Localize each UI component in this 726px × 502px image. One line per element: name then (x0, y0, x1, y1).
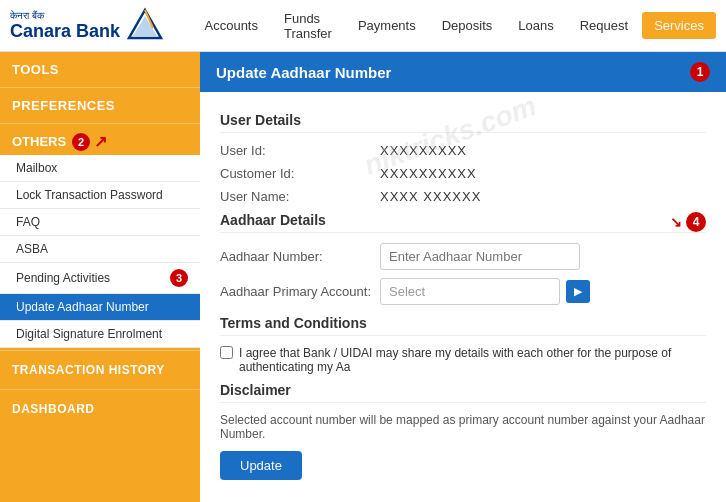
aadhaar-number-input[interactable] (380, 243, 580, 270)
sidebar-preferences[interactable]: PREFERENCES (0, 88, 200, 124)
aadhaar-badge: 4 (686, 212, 706, 232)
customer-id-row: Customer Id: XXXXXXXXXX (220, 166, 706, 181)
content-header-title: Update Aadhaar Number (216, 64, 391, 81)
sidebar: TOOLS PREFERENCES OTHERS 2 ↗ Mailbox Loc… (0, 52, 200, 502)
update-button[interactable]: Update (220, 451, 302, 480)
sidebar-tools[interactable]: TOOLS (0, 52, 200, 88)
sidebar-item-lock-password[interactable]: Lock Transaction Password (0, 182, 200, 209)
pending-badge: 3 (170, 269, 188, 287)
terms-section: Terms and Conditions I agree that Bank /… (220, 315, 706, 374)
user-id-label: User Id: (220, 143, 380, 158)
nav-deposits[interactable]: Deposits (430, 12, 505, 39)
disclaimer-title: Disclaimer (220, 382, 706, 403)
main-layout: TOOLS PREFERENCES OTHERS 2 ↗ Mailbox Loc… (0, 52, 726, 502)
user-name-label: User Name: (220, 189, 380, 204)
terms-title: Terms and Conditions (220, 315, 706, 336)
user-name-row: User Name: XXXX XXXXXX (220, 189, 706, 204)
user-id-value: XXXXXXXXX (380, 143, 467, 158)
header-badge: 1 (690, 62, 710, 82)
sidebar-item-asba[interactable]: ASBA (0, 236, 200, 263)
aadhaar-primary-label: Aadhaar Primary Account: (220, 284, 380, 299)
content-body: User Details User Id: XXXXXXXXX Customer… (200, 92, 726, 492)
aadhaar-details-title: Aadhaar Details ↘ 4 (220, 212, 706, 233)
nav-accounts[interactable]: Accounts (193, 12, 270, 39)
others-badge: 2 (72, 133, 90, 151)
customer-id-value: XXXXXXXXXX (380, 166, 477, 181)
customer-id-label: Customer Id: (220, 166, 380, 181)
top-navigation: केनरा बैंक Canara Bank Accounts Funds Tr… (0, 0, 726, 52)
select-wrapper: Select ▶ (380, 278, 590, 305)
sidebar-others[interactable]: OTHERS 2 ↗ (0, 124, 200, 155)
sidebar-dashboard[interactable]: DASHBOARD (0, 392, 200, 426)
terms-row: I agree that Bank / UIDAI may share my d… (220, 346, 706, 374)
aadhaar-primary-row: Aadhaar Primary Account: Select ▶ (220, 278, 706, 305)
aadhaar-primary-select[interactable]: Select (380, 278, 560, 305)
nav-funds-transfer[interactable]: Funds Transfer (272, 5, 344, 47)
user-name-value: XXXX XXXXXX (380, 189, 481, 204)
aadhaar-arrow-icon: ↘ (670, 214, 682, 230)
nav-loans[interactable]: Loans (506, 12, 565, 39)
select-arrow-button[interactable]: ▶ (566, 280, 590, 303)
others-arrow-icon: ↗ (94, 132, 107, 151)
disclaimer-text: Selected account number will be mapped a… (220, 413, 706, 441)
user-details-title: User Details (220, 112, 706, 133)
user-id-row: User Id: XXXXXXXXX (220, 143, 706, 158)
sidebar-item-pending[interactable]: Pending Activities 3 (0, 263, 200, 294)
nav-request[interactable]: Request (568, 12, 640, 39)
bank-logo-icon (125, 6, 165, 46)
nav-links: Accounts Funds Transfer Payments Deposit… (193, 5, 717, 47)
aadhaar-number-label: Aadhaar Number: (220, 249, 380, 264)
terms-text: I agree that Bank / UIDAI may share my d… (239, 346, 706, 374)
sidebar-item-update-aadhaar[interactable]: Update Aadhaar Number (0, 294, 200, 321)
terms-checkbox[interactable] (220, 346, 233, 359)
logo-area: केनरा बैंक Canara Bank (10, 6, 193, 46)
sidebar-transaction-history[interactable]: TRANSACTION HISTORY (0, 353, 200, 387)
sidebar-item-digital-signature[interactable]: Digital Signature Enrolment (0, 321, 200, 348)
sidebar-item-faq[interactable]: FAQ (0, 209, 200, 236)
bank-name: Canara Bank (10, 22, 120, 42)
nav-payments[interactable]: Payments (346, 12, 428, 39)
disclaimer-section: Disclaimer Selected account number will … (220, 382, 706, 441)
content-area: Update Aadhaar Number 1 User Details Use… (200, 52, 726, 502)
logo-hindi: केनरा बैंक (10, 10, 120, 22)
aadhaar-number-row: Aadhaar Number: (220, 243, 706, 270)
nav-services[interactable]: Services (642, 12, 716, 39)
sidebar-item-mailbox[interactable]: Mailbox (0, 155, 200, 182)
content-header: Update Aadhaar Number 1 (200, 52, 726, 92)
